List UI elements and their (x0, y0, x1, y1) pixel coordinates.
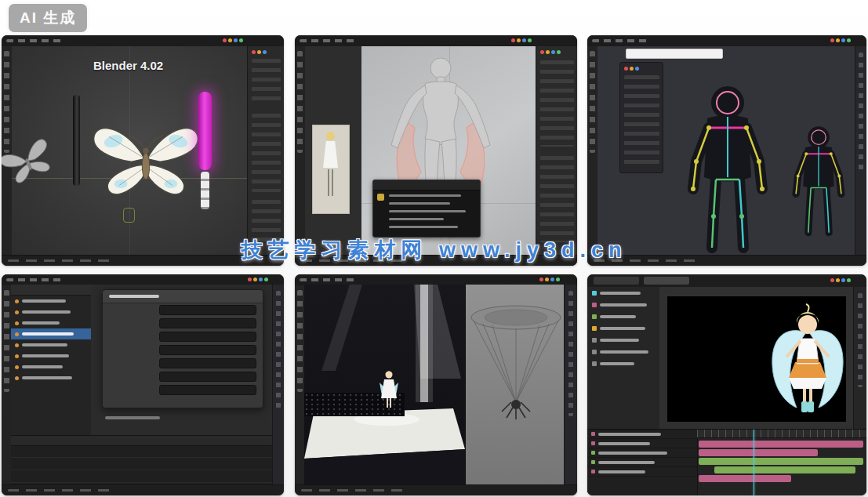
timeline-panel[interactable] (11, 435, 273, 485)
dialog-input[interactable] (159, 358, 256, 368)
stage-character[interactable] (373, 366, 405, 415)
window-icons[interactable] (830, 278, 851, 282)
menu-item[interactable] (389, 210, 466, 212)
properties-tab-icons[interactable] (540, 50, 561, 54)
outliner-row[interactable] (11, 361, 91, 372)
dialog-row[interactable] (103, 383, 263, 397)
right-sidebar-strip[interactable] (272, 285, 284, 485)
saber-handle-object[interactable] (201, 172, 209, 209)
viewport-3d[interactable] (597, 46, 855, 256)
outliner-row-selected[interactable] (11, 328, 91, 339)
menu-items[interactable] (300, 39, 356, 42)
dialog-row[interactable] (103, 303, 263, 317)
menu-item[interactable] (389, 194, 461, 197)
dialog-input[interactable] (159, 345, 256, 355)
timeline-clip-pink[interactable] (699, 475, 791, 482)
properties-tab-icons[interactable] (624, 67, 639, 71)
timeline-layer-names[interactable] (587, 430, 698, 495)
editor-type-icons[interactable] (830, 38, 851, 42)
viewport-3d[interactable] (361, 46, 536, 256)
menu-items[interactable] (6, 39, 63, 42)
layer-row[interactable] (587, 310, 659, 322)
properties-panel[interactable] (536, 46, 577, 256)
rigged-figure-large[interactable] (673, 79, 783, 259)
timeline-clip-green[interactable] (699, 458, 863, 465)
right-sidebar-strip[interactable] (853, 287, 866, 430)
dialog-row[interactable] (103, 370, 263, 383)
timeline-clip-pink[interactable] (699, 441, 863, 448)
tab-project[interactable] (594, 277, 639, 285)
dialog-input[interactable] (159, 318, 256, 328)
menu-item[interactable] (389, 202, 450, 205)
editor-type-icons[interactable] (223, 38, 243, 42)
layer-row[interactable] (587, 299, 659, 310)
search-input[interactable] (626, 49, 723, 59)
reference-image-board[interactable] (305, 46, 362, 256)
outliner-row[interactable] (11, 350, 91, 361)
editor-type-icons[interactable] (539, 278, 560, 281)
outliner-panel[interactable] (11, 285, 92, 435)
property-rows[interactable] (540, 60, 574, 147)
menu-items[interactable] (300, 278, 356, 281)
layer-row[interactable] (587, 322, 659, 334)
outliner-rows[interactable] (252, 59, 281, 106)
property-rows-2[interactable] (540, 156, 574, 242)
outliner-row[interactable] (11, 317, 91, 328)
dialog-row[interactable] (103, 330, 263, 343)
timeline-panel[interactable] (587, 429, 866, 495)
properties-tab-icons[interactable] (252, 50, 267, 54)
menu-items[interactable] (592, 39, 648, 42)
outliner-header[interactable] (11, 285, 91, 296)
outliner-row[interactable] (11, 339, 91, 350)
right-sidebar-strip[interactable] (855, 46, 866, 256)
dialog-title-bar[interactable] (103, 290, 263, 303)
property-rows[interactable] (252, 114, 281, 192)
dialog-input[interactable] (159, 305, 256, 315)
menu-bar[interactable] (587, 35, 866, 47)
layer-row[interactable] (587, 346, 659, 357)
right-sidebar-strip[interactable] (564, 285, 577, 485)
outliner-row[interactable] (11, 307, 91, 317)
dialog-input[interactable] (159, 385, 256, 395)
dialog-row[interactable] (103, 343, 263, 357)
timeline-layer-row[interactable] (587, 458, 697, 467)
layer-list-panel[interactable] (587, 287, 660, 430)
magenta-saber-blade-object[interactable] (198, 92, 212, 170)
tab-bar[interactable] (587, 274, 866, 288)
menu-bar[interactable] (2, 35, 284, 47)
viewport-render-stage[interactable] (304, 285, 465, 485)
properties-panel[interactable] (247, 46, 284, 256)
rigged-figure-small[interactable] (783, 118, 855, 244)
timeline-tracks[interactable] (11, 445, 273, 485)
property-rows[interactable] (624, 75, 659, 165)
menu-item[interactable] (389, 218, 444, 220)
editor-area[interactable] (91, 285, 273, 435)
tool-shelf[interactable] (587, 46, 598, 256)
layer-row[interactable] (587, 334, 659, 346)
dialog-dropdown[interactable] (159, 372, 256, 382)
layer-row[interactable] (587, 357, 659, 369)
playhead[interactable] (754, 430, 754, 495)
menu-item[interactable] (389, 226, 458, 228)
timeline-layer-row[interactable] (587, 448, 697, 458)
timeline-layer-row[interactable] (587, 430, 697, 439)
dialog-input[interactable] (159, 332, 256, 342)
editor-type-icons[interactable] (511, 38, 532, 42)
menu-bar[interactable] (295, 35, 577, 47)
menu-items[interactable] (6, 278, 63, 281)
butterfly-model[interactable] (87, 111, 205, 209)
dialog-row[interactable] (103, 357, 263, 370)
timeline-layer-row[interactable] (587, 439, 697, 448)
dialog-row[interactable] (103, 317, 263, 330)
dark-rod-object[interactable] (73, 95, 80, 186)
editor-type-icons[interactable] (248, 278, 268, 281)
timeline-clip-pink[interactable] (699, 449, 818, 456)
context-menu-popup[interactable] (372, 180, 481, 238)
operator-dialog[interactable] (102, 289, 263, 408)
tab-composition[interactable] (644, 277, 689, 285)
viewport-3d[interactable]: Blender 4.02 (12, 46, 248, 256)
outliner-row[interactable] (11, 372, 91, 383)
floating-properties-panel[interactable] (619, 62, 663, 173)
timeline-ruler[interactable] (697, 430, 866, 438)
outliner-row[interactable] (11, 296, 91, 307)
